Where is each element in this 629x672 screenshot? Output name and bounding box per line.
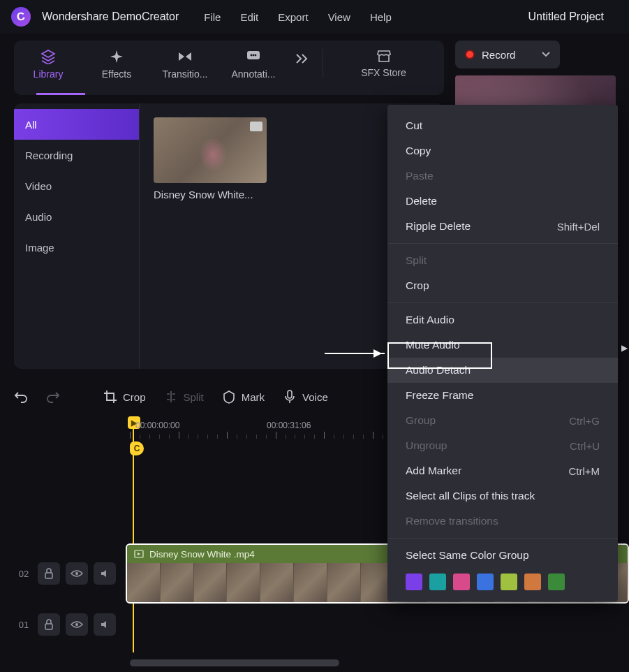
speaker-icon [100, 569, 110, 578]
ctx-separator [387, 538, 618, 539]
redo-icon [46, 390, 60, 404]
more-tabs-button[interactable] [288, 53, 316, 64]
ctx-delete[interactable]: Delete [387, 189, 618, 214]
split-label: Split [184, 391, 204, 403]
color-swatch-1[interactable] [429, 574, 446, 590]
ctx-ungroup: UngroupCtrl+U [387, 433, 618, 458]
mic-icon [283, 390, 297, 404]
ctx-add-marker[interactable]: Add MarkerCtrl+M [387, 458, 618, 483]
media-thumbnail[interactable]: Disney Snow White... [154, 117, 267, 200]
panel-tabs: Library Effects Transitio... Annotati...… [14, 41, 444, 95]
sidebar-item-image[interactable]: Image [14, 232, 139, 263]
video-badge-icon [250, 122, 262, 131]
color-swatch-6[interactable] [548, 574, 565, 590]
ctx-crop[interactable]: Crop [387, 273, 618, 298]
chevron-down-icon [542, 52, 550, 57]
ctx-separator [387, 302, 618, 303]
double-chevron-right-icon [295, 53, 309, 64]
ruler-tick-1: 00:00:31:06 [267, 421, 311, 430]
annotation-arrow [325, 353, 385, 354]
ctx-cut[interactable]: Cut [387, 113, 618, 138]
ctx-color-group-row [387, 568, 618, 593]
menu-view[interactable]: View [328, 11, 350, 23]
color-swatch-5[interactable] [524, 574, 541, 590]
track-mute-button[interactable] [94, 613, 116, 636]
svg-point-3 [255, 54, 257, 57]
ctx-audio-detach[interactable]: Audio Detach [387, 358, 618, 383]
track-number-01: 01 [14, 620, 34, 630]
ctx-remove-transitions: Remove transitions [387, 509, 618, 534]
ctx-copy[interactable]: Copy [387, 138, 618, 163]
color-swatch-2[interactable] [453, 574, 470, 590]
tab-underline [36, 93, 85, 95]
crop-label: Crop [123, 391, 146, 403]
submenu-arrow-icon: ▶ [621, 343, 628, 353]
speaker-icon [100, 620, 110, 629]
project-title: Untitled Project [528, 10, 605, 23]
crop-button[interactable]: Crop [103, 390, 146, 404]
tab-annotations-label: Annotati... [231, 68, 275, 80]
tab-library[interactable]: Library [14, 49, 82, 80]
tab-sfx-label: SFX Store [361, 67, 406, 78]
record-button[interactable]: Record [455, 41, 560, 68]
track-lock-button[interactable] [38, 562, 60, 585]
svg-point-9 [75, 623, 78, 626]
ctx-split: Split [387, 248, 618, 273]
ctx-edit-audio[interactable]: Edit Audio [387, 307, 618, 333]
scrollbar-thumb[interactable] [130, 659, 339, 666]
clip-video-icon [134, 549, 144, 559]
tab-effects-label: Effects [102, 68, 132, 80]
track-visibility-button[interactable] [66, 562, 88, 585]
library-icon [40, 49, 56, 64]
undo-icon [14, 390, 28, 404]
color-swatch-0[interactable] [406, 574, 422, 590]
tab-annotations[interactable]: Annotati... [219, 49, 288, 80]
tab-effects[interactable]: Effects [82, 49, 151, 80]
sidebar-item-all[interactable]: All [14, 109, 139, 140]
ruler-tick-0: 00:00:00:00 [135, 421, 179, 430]
ctx-select-all-clips[interactable]: Select all Clips of this track [387, 483, 618, 509]
ctx-ripple-delete[interactable]: Ripple DeleteShift+Del [387, 214, 618, 239]
library-panel: All Recording Video Audio Image Disney S… [14, 103, 444, 369]
ctx-group: GroupCtrl+G [387, 408, 618, 433]
mark-button[interactable]: Mark [222, 390, 265, 404]
crop-icon [103, 390, 117, 404]
split-icon [164, 390, 178, 404]
menu-export[interactable]: Export [278, 11, 308, 23]
tab-library-label: Library [34, 68, 64, 80]
redo-button[interactable] [46, 390, 60, 404]
track-mute-button[interactable] [94, 562, 116, 585]
menu-file[interactable]: File [204, 11, 221, 23]
timeline-scrollbar[interactable] [130, 659, 629, 666]
eye-icon [71, 620, 83, 629]
ctx-separator [387, 243, 618, 244]
color-swatch-3[interactable] [477, 574, 494, 590]
record-label: Record [482, 49, 515, 61]
svg-rect-8 [45, 624, 52, 629]
in-point-marker[interactable]: C [130, 441, 144, 455]
voice-button[interactable]: Voice [283, 390, 328, 404]
track-lock-button[interactable] [38, 613, 60, 636]
svg-point-2 [253, 54, 255, 57]
ctx-mute-audio[interactable]: Mute Audio [387, 333, 618, 358]
menu-help[interactable]: Help [370, 11, 392, 23]
sidebar-item-audio[interactable]: Audio [14, 201, 139, 232]
sidebar-item-video[interactable]: Video [14, 170, 139, 201]
svg-point-6 [75, 572, 78, 575]
titlebar: C Wondershare DemoCreator File Edit Expo… [0, 0, 629, 34]
tab-transitions[interactable]: Transitio... [151, 49, 219, 80]
menubar: File Edit Export View Help [204, 11, 392, 23]
sidebar-item-recording[interactable]: Recording [14, 140, 139, 170]
thumbnail-image [154, 117, 267, 183]
track-visibility-button[interactable] [66, 613, 88, 636]
eye-icon [71, 569, 83, 578]
split-button[interactable]: Split [164, 390, 204, 404]
color-swatch-4[interactable] [501, 574, 517, 590]
track-number-02: 02 [14, 569, 34, 579]
ctx-freeze-frame[interactable]: Freeze Frame [387, 383, 618, 408]
tab-sfx-store[interactable]: SFX Store [323, 49, 444, 78]
menu-edit[interactable]: Edit [240, 11, 258, 23]
undo-button[interactable] [14, 390, 28, 404]
voice-label: Voice [302, 391, 328, 403]
app-logo: C [11, 7, 31, 27]
